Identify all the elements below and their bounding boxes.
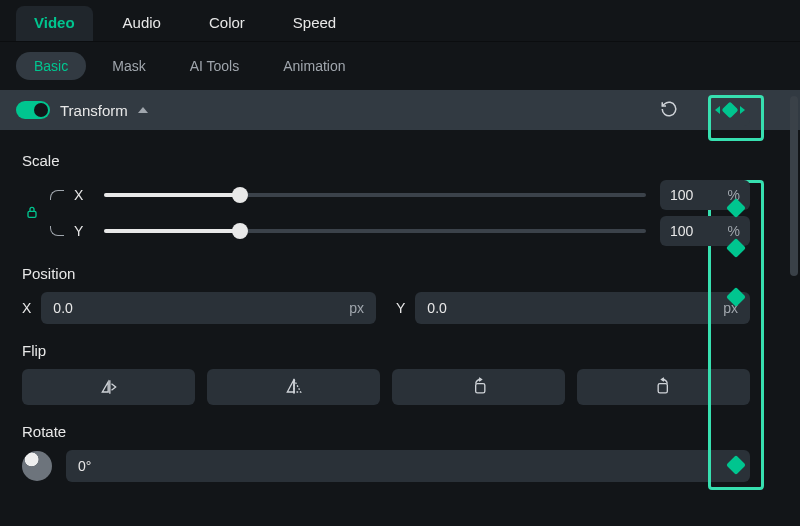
subtab-ai[interactable]: AI Tools — [172, 52, 258, 80]
axis-y-label: Y — [396, 300, 405, 316]
keyframe-icon — [726, 198, 746, 218]
value: 0° — [78, 458, 91, 474]
scale-y-slider[interactable] — [104, 229, 646, 233]
svg-marker-1 — [102, 382, 108, 392]
flip-vertical-button[interactable] — [207, 369, 380, 405]
transform-header: Transform — [0, 90, 800, 130]
flip-vertical-icon — [284, 377, 304, 397]
position-y-input[interactable]: 0.0 px — [415, 292, 750, 324]
value: 0.0 — [53, 300, 72, 316]
svg-rect-7 — [658, 384, 667, 393]
keyframe-icon — [721, 101, 739, 119]
svg-rect-6 — [475, 384, 484, 393]
tab-speed[interactable]: Speed — [275, 6, 354, 41]
subtab-animation[interactable]: Animation — [265, 52, 363, 80]
svg-rect-0 — [28, 211, 36, 217]
svg-marker-3 — [287, 380, 294, 393]
subtab-basic[interactable]: Basic — [16, 52, 86, 80]
scale-x-keyframe-button[interactable] — [724, 201, 748, 215]
transform-keyframe-button[interactable] — [710, 94, 750, 126]
lock-icon[interactable] — [24, 204, 40, 223]
scale-label: Scale — [22, 152, 750, 169]
keyframe-icon — [726, 287, 746, 307]
rotate-dial[interactable] — [22, 451, 52, 481]
rotate-label: Rotate — [22, 423, 750, 440]
rotate-row: 0° — [22, 450, 750, 482]
axis-x-label: X — [22, 300, 31, 316]
rotate-input[interactable]: 0° — [66, 450, 750, 482]
tab-label: Video — [34, 14, 75, 31]
tab-video[interactable]: Video — [16, 6, 93, 41]
position-x-input[interactable]: 0.0 px — [41, 292, 376, 324]
keyframe-icon — [726, 455, 746, 475]
svg-marker-4 — [294, 380, 301, 393]
flip-horizontal-icon — [99, 378, 119, 396]
sub-tab-bar: Basic Mask AI Tools Animation — [0, 42, 800, 90]
link-arc-icon — [50, 190, 64, 200]
rotate-cw-button[interactable] — [577, 369, 750, 405]
scrollbar[interactable] — [790, 96, 798, 276]
tab-label: Audio — [123, 14, 161, 31]
rotate-keyframe-button[interactable] — [724, 458, 748, 472]
position-row: X 0.0 px Y 0.0 px — [22, 292, 750, 324]
axis-x-label: X — [74, 187, 90, 203]
subtab-mask[interactable]: Mask — [94, 52, 163, 80]
subtab-label: Basic — [34, 58, 68, 74]
subtab-label: AI Tools — [190, 58, 240, 74]
section-title: Transform — [60, 102, 128, 119]
transform-toggle[interactable] — [16, 101, 50, 119]
keyframe-icon — [726, 238, 746, 258]
reset-icon[interactable] — [660, 100, 678, 121]
rotate-ccw-icon — [469, 377, 489, 397]
collapse-icon[interactable] — [138, 107, 148, 113]
flip-label: Flip — [22, 342, 750, 359]
subtab-label: Mask — [112, 58, 145, 74]
rotate-cw-icon — [654, 377, 674, 397]
link-arc-icon — [50, 226, 64, 236]
value: 0.0 — [427, 300, 446, 316]
subtab-label: Animation — [283, 58, 345, 74]
flip-horizontal-button[interactable] — [22, 369, 195, 405]
scale-y-keyframe-button[interactable] — [724, 241, 748, 255]
flip-row — [22, 369, 750, 405]
tab-label: Color — [209, 14, 245, 31]
value: 100 — [670, 187, 693, 203]
position-keyframe-button[interactable] — [724, 290, 748, 304]
top-tab-bar: Video Audio Color Speed — [0, 0, 800, 42]
value: 100 — [670, 223, 693, 239]
scale-x-slider[interactable] — [104, 193, 646, 197]
unit: px — [349, 300, 364, 316]
unit: % — [728, 223, 740, 239]
tab-audio[interactable]: Audio — [105, 6, 179, 41]
transform-panel: Scale X 100 % Y 100 % — [0, 130, 800, 482]
tab-color[interactable]: Color — [191, 6, 263, 41]
tab-label: Speed — [293, 14, 336, 31]
rotate-ccw-button[interactable] — [392, 369, 565, 405]
position-label: Position — [22, 265, 750, 282]
axis-y-label: Y — [74, 223, 90, 239]
